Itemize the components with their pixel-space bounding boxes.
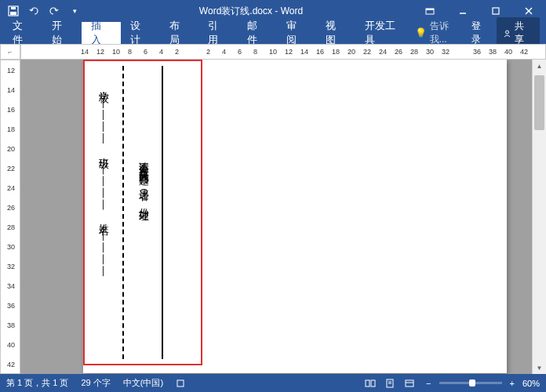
save-icon[interactable] [6, 4, 20, 18]
undo-icon[interactable] [27, 4, 41, 18]
ruler-tick: 42 [7, 361, 15, 368]
ruler-tick: 6 [144, 48, 147, 56]
ruler-tick: 34 [7, 282, 15, 290]
tab-layout[interactable]: 布局 [160, 22, 199, 44]
tab-references[interactable]: 引用 [198, 22, 238, 44]
ruler-tick: 10 [269, 48, 277, 56]
redo-icon[interactable] [47, 4, 61, 18]
ruler-tick: 26 [7, 204, 15, 212]
ruler-tick: 40 [7, 341, 15, 349]
ruler-tick: 30 [426, 48, 434, 56]
svg-rect-10 [177, 380, 184, 387]
ruler-tick: 2 [206, 48, 210, 56]
qat-dropdown-icon[interactable]: ▾ [67, 4, 82, 18]
ruler-tick: 18 [332, 48, 340, 56]
tab-developer[interactable]: 开发工具 [355, 22, 415, 44]
ruler-tick: 36 [7, 302, 15, 310]
ruler-tick: 6 [238, 48, 242, 56]
lightbulb-icon: 💡 [415, 27, 427, 38]
ruler-tick: 24 [7, 184, 15, 192]
tab-mailings[interactable]: 邮件 [238, 22, 277, 44]
tab-insert[interactable]: 插入 [82, 22, 121, 44]
ruler-area: ⌐ 14121086422468101214161820222426283032… [0, 44, 546, 60]
ruler-tick: 20 [348, 48, 355, 56]
ruler-tick: 28 [410, 48, 418, 56]
ruler-tick: 24 [379, 48, 387, 56]
ruler-tick: 4 [222, 48, 226, 56]
scrollbar-thumb[interactable] [534, 75, 544, 130]
web-layout-icon[interactable] [401, 376, 418, 390]
page-counter[interactable]: 第 1 页，共 1 页 [6, 377, 68, 389]
horizontal-ruler[interactable]: 1412108642246810121416182022242628303236… [20, 44, 546, 60]
ruler-tick: 14 [300, 48, 308, 56]
document-viewport[interactable]: 学校：———— 班级：———— 姓名：———— 请不要在装订线内答题，违者 0 … [20, 60, 532, 374]
ruler-tick: 16 [7, 106, 15, 114]
tell-me-label: 告诉我... [430, 20, 466, 46]
svg-rect-6 [493, 8, 499, 14]
zoom-out-icon[interactable]: − [426, 379, 431, 388]
view-mode-buttons [362, 376, 418, 390]
ruler-tick: 14 [81, 48, 89, 56]
zoom-in-icon[interactable]: + [510, 379, 515, 388]
ruler-tick: 2 [175, 48, 179, 56]
ruler-tick: 28 [7, 223, 15, 231]
tab-review[interactable]: 审阅 [277, 22, 316, 44]
ruler-tick: 12 [96, 48, 104, 56]
ruler-tick: 16 [316, 48, 324, 56]
share-label: 共享 [515, 20, 533, 46]
vertical-ruler[interactable]: 12141618202224262830323436384042 [0, 60, 20, 374]
ruler-tick: 32 [7, 263, 15, 270]
document-page[interactable]: 学校：———— 班级：———— 姓名：———— 请不要在装订线内答题，违者 0 … [83, 60, 507, 373]
scroll-up-icon[interactable]: ▲ [533, 60, 546, 72]
zoom-slider-knob[interactable] [469, 379, 475, 387]
ruler-tick: 18 [7, 125, 15, 133]
tab-design[interactable]: 设计 [121, 22, 160, 44]
tell-me-search[interactable]: 💡 告诉我... [415, 20, 466, 46]
login-link[interactable]: 登录 [471, 20, 490, 46]
window-title: Word装订线.docx - Word [88, 5, 414, 18]
ruler-tick: 40 [504, 48, 512, 56]
ruler-tick: 8 [253, 48, 257, 56]
ruler-tick: 20 [7, 145, 15, 153]
ruler-tick: 38 [7, 321, 15, 329]
print-layout-icon[interactable] [381, 376, 399, 390]
tab-file[interactable]: 文件 [3, 22, 42, 44]
ruler-tick: 8 [128, 48, 132, 56]
svg-rect-11 [366, 380, 369, 387]
ruler-tick: 38 [489, 48, 497, 56]
ruler-tick: 10 [112, 48, 120, 56]
highlight-annotation [83, 60, 202, 365]
read-mode-icon[interactable] [362, 376, 379, 390]
svg-rect-4 [426, 9, 434, 10]
statusbar: 第 1 页，共 1 页 29 个字 中文(中国) − + 60% [0, 374, 546, 392]
vertical-scrollbar[interactable]: ▲ ▼ [532, 60, 546, 374]
ruler-tick: 32 [442, 48, 450, 56]
language-status[interactable]: 中文(中国) [123, 377, 163, 389]
ruler-corner[interactable]: ⌐ [0, 44, 20, 60]
ruler-tick: 12 [7, 67, 15, 74]
ruler-tick: 22 [363, 48, 371, 56]
content-area: 12141618202224262830323436384042 学校：————… [0, 60, 546, 374]
svg-rect-12 [371, 380, 375, 387]
share-icon [503, 29, 511, 38]
svg-point-9 [506, 31, 509, 34]
tab-home[interactable]: 开始 [42, 22, 82, 44]
scroll-down-icon[interactable]: ▼ [533, 361, 546, 374]
macro-recorder-icon[interactable] [176, 379, 185, 388]
tab-view[interactable]: 视图 [316, 22, 355, 44]
zoom-slider[interactable] [439, 382, 502, 384]
svg-rect-16 [406, 380, 413, 387]
ribbon-tabs: 文件 开始 插入 设计 布局 引用 邮件 审阅 视图 开发工具 💡 告诉我...… [0, 22, 546, 44]
ruler-tick: 26 [395, 48, 402, 56]
word-count[interactable]: 29 个字 [81, 377, 110, 389]
ruler-tick: 30 [7, 243, 15, 251]
ruler-tick: 14 [7, 86, 15, 94]
svg-rect-2 [11, 7, 16, 9]
zoom-level[interactable]: 60% [522, 379, 540, 388]
ruler-tick: 12 [285, 48, 293, 56]
ruler-tick: 36 [473, 48, 481, 56]
svg-rect-1 [10, 12, 16, 15]
quick-access-toolbar: ▾ [0, 4, 88, 18]
ruler-tick: 22 [7, 165, 15, 172]
ruler-tick: 42 [520, 48, 528, 56]
